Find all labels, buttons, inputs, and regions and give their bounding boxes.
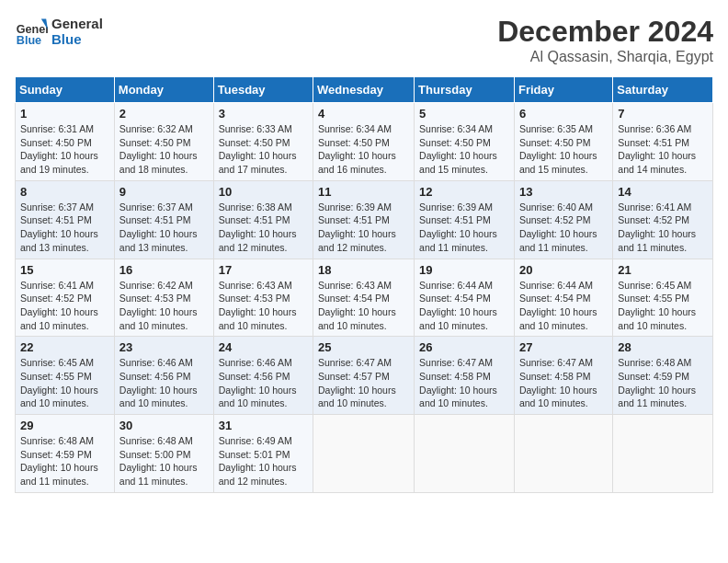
day-cell: 25Sunrise: 6:47 AM Sunset: 4:57 PM Dayli… bbox=[313, 337, 415, 415]
day-info: Sunrise: 6:36 AM Sunset: 4:51 PM Dayligh… bbox=[618, 122, 708, 177]
weekday-header-row: SundayMondayTuesdayWednesdayThursdayFrid… bbox=[16, 77, 713, 103]
day-info: Sunrise: 6:48 AM Sunset: 4:59 PM Dayligh… bbox=[618, 356, 708, 410]
day-number: 24 bbox=[219, 340, 308, 354]
day-number: 23 bbox=[119, 340, 209, 354]
day-number: 5 bbox=[419, 107, 509, 121]
day-cell: 27Sunrise: 6:47 AM Sunset: 4:58 PM Dayli… bbox=[514, 337, 612, 415]
day-info: Sunrise: 6:47 AM Sunset: 4:57 PM Dayligh… bbox=[318, 356, 409, 410]
week-row-2: 8Sunrise: 6:37 AM Sunset: 4:51 PM Daylig… bbox=[16, 180, 713, 259]
day-cell: 4Sunrise: 6:34 AM Sunset: 4:50 PM Daylig… bbox=[313, 103, 415, 181]
weekday-tuesday: Tuesday bbox=[213, 77, 313, 103]
day-cell: 21Sunrise: 6:45 AM Sunset: 4:55 PM Dayli… bbox=[613, 259, 713, 337]
day-info: Sunrise: 6:46 AM Sunset: 4:56 PM Dayligh… bbox=[119, 356, 209, 410]
day-info: Sunrise: 6:41 AM Sunset: 4:52 PM Dayligh… bbox=[20, 279, 109, 333]
week-row-5: 29Sunrise: 6:48 AM Sunset: 4:59 PM Dayli… bbox=[16, 415, 713, 493]
day-info: Sunrise: 6:41 AM Sunset: 4:52 PM Dayligh… bbox=[618, 201, 708, 255]
weekday-wednesday: Wednesday bbox=[313, 77, 415, 103]
logo-line2: Blue bbox=[51, 31, 103, 47]
day-cell bbox=[313, 415, 415, 493]
day-number: 11 bbox=[318, 185, 409, 199]
day-cell: 31Sunrise: 6:49 AM Sunset: 5:01 PM Dayli… bbox=[213, 415, 313, 493]
day-number: 7 bbox=[618, 107, 708, 121]
day-info: Sunrise: 6:45 AM Sunset: 4:55 PM Dayligh… bbox=[20, 356, 109, 410]
day-number: 13 bbox=[519, 185, 608, 199]
day-info: Sunrise: 6:34 AM Sunset: 4:50 PM Dayligh… bbox=[419, 122, 509, 177]
day-cell: 13Sunrise: 6:40 AM Sunset: 4:52 PM Dayli… bbox=[514, 180, 612, 259]
day-number: 27 bbox=[519, 340, 608, 354]
logo: General Blue General Blue bbox=[15, 15, 103, 48]
day-info: Sunrise: 6:44 AM Sunset: 4:54 PM Dayligh… bbox=[419, 279, 509, 333]
day-number: 25 bbox=[318, 340, 409, 354]
day-number: 15 bbox=[20, 263, 109, 277]
day-number: 3 bbox=[219, 107, 308, 121]
day-cell: 22Sunrise: 6:45 AM Sunset: 4:55 PM Dayli… bbox=[16, 337, 115, 415]
day-cell: 15Sunrise: 6:41 AM Sunset: 4:52 PM Dayli… bbox=[16, 259, 115, 337]
weekday-monday: Monday bbox=[114, 77, 213, 103]
day-number: 20 bbox=[519, 263, 608, 277]
day-cell: 28Sunrise: 6:48 AM Sunset: 4:59 PM Dayli… bbox=[613, 337, 713, 415]
day-number: 26 bbox=[419, 340, 509, 354]
day-info: Sunrise: 6:32 AM Sunset: 4:50 PM Dayligh… bbox=[119, 122, 209, 177]
day-info: Sunrise: 6:47 AM Sunset: 4:58 PM Dayligh… bbox=[419, 356, 509, 410]
day-info: Sunrise: 6:39 AM Sunset: 4:51 PM Dayligh… bbox=[318, 201, 409, 255]
day-number: 17 bbox=[219, 263, 308, 277]
day-cell: 6Sunrise: 6:35 AM Sunset: 4:50 PM Daylig… bbox=[514, 103, 612, 181]
day-number: 21 bbox=[618, 263, 708, 277]
day-cell: 9Sunrise: 6:37 AM Sunset: 4:51 PM Daylig… bbox=[114, 180, 213, 259]
calendar-body: 1Sunrise: 6:31 AM Sunset: 4:50 PM Daylig… bbox=[16, 103, 713, 493]
title-block: December 2024 Al Qassasin, Sharqia, Egyp… bbox=[497, 15, 713, 65]
day-cell bbox=[613, 415, 713, 493]
day-cell: 10Sunrise: 6:38 AM Sunset: 4:51 PM Dayli… bbox=[213, 180, 313, 259]
day-info: Sunrise: 6:48 AM Sunset: 5:00 PM Dayligh… bbox=[119, 434, 209, 488]
day-number: 8 bbox=[20, 185, 109, 199]
day-number: 14 bbox=[618, 185, 708, 199]
day-cell: 17Sunrise: 6:43 AM Sunset: 4:53 PM Dayli… bbox=[213, 259, 313, 337]
day-cell: 30Sunrise: 6:48 AM Sunset: 5:00 PM Dayli… bbox=[114, 415, 213, 493]
day-info: Sunrise: 6:40 AM Sunset: 4:52 PM Dayligh… bbox=[519, 201, 608, 255]
day-info: Sunrise: 6:34 AM Sunset: 4:50 PM Dayligh… bbox=[318, 122, 409, 177]
day-cell: 7Sunrise: 6:36 AM Sunset: 4:51 PM Daylig… bbox=[613, 103, 713, 181]
day-cell: 16Sunrise: 6:42 AM Sunset: 4:53 PM Dayli… bbox=[114, 259, 213, 337]
day-info: Sunrise: 6:47 AM Sunset: 4:58 PM Dayligh… bbox=[519, 356, 608, 410]
day-cell: 24Sunrise: 6:46 AM Sunset: 4:56 PM Dayli… bbox=[213, 337, 313, 415]
weekday-thursday: Thursday bbox=[415, 77, 515, 103]
day-number: 30 bbox=[119, 419, 209, 432]
day-cell bbox=[415, 415, 515, 493]
svg-text:Blue: Blue bbox=[17, 34, 41, 47]
day-info: Sunrise: 6:33 AM Sunset: 4:50 PM Dayligh… bbox=[219, 122, 308, 177]
day-number: 10 bbox=[219, 185, 308, 199]
week-row-4: 22Sunrise: 6:45 AM Sunset: 4:55 PM Dayli… bbox=[16, 337, 713, 415]
day-number: 1 bbox=[20, 107, 109, 121]
day-cell: 12Sunrise: 6:39 AM Sunset: 4:51 PM Dayli… bbox=[415, 180, 515, 259]
day-cell: 20Sunrise: 6:44 AM Sunset: 4:54 PM Dayli… bbox=[514, 259, 612, 337]
day-cell: 23Sunrise: 6:46 AM Sunset: 4:56 PM Dayli… bbox=[114, 337, 213, 415]
week-row-3: 15Sunrise: 6:41 AM Sunset: 4:52 PM Dayli… bbox=[16, 259, 713, 337]
weekday-saturday: Saturday bbox=[613, 77, 713, 103]
day-cell: 3Sunrise: 6:33 AM Sunset: 4:50 PM Daylig… bbox=[213, 103, 313, 181]
logo-line1: General bbox=[51, 16, 103, 31]
day-info: Sunrise: 6:49 AM Sunset: 5:01 PM Dayligh… bbox=[219, 434, 308, 488]
day-info: Sunrise: 6:46 AM Sunset: 4:56 PM Dayligh… bbox=[219, 356, 308, 410]
day-number: 4 bbox=[318, 107, 409, 121]
calendar-table: SundayMondayTuesdayWednesdayThursdayFrid… bbox=[15, 76, 713, 493]
day-number: 12 bbox=[419, 185, 509, 199]
day-info: Sunrise: 6:48 AM Sunset: 4:59 PM Dayligh… bbox=[20, 434, 109, 488]
day-cell: 5Sunrise: 6:34 AM Sunset: 4:50 PM Daylig… bbox=[415, 103, 515, 181]
day-number: 29 bbox=[20, 419, 109, 432]
day-number: 31 bbox=[219, 419, 308, 432]
day-number: 16 bbox=[119, 263, 209, 277]
page-header: General Blue General Blue December 2024 … bbox=[15, 15, 713, 65]
day-info: Sunrise: 6:37 AM Sunset: 4:51 PM Dayligh… bbox=[20, 201, 109, 255]
day-number: 18 bbox=[318, 263, 409, 277]
day-info: Sunrise: 6:38 AM Sunset: 4:51 PM Dayligh… bbox=[219, 201, 308, 255]
week-row-1: 1Sunrise: 6:31 AM Sunset: 4:50 PM Daylig… bbox=[16, 103, 713, 181]
weekday-sunday: Sunday bbox=[16, 77, 115, 103]
day-cell: 8Sunrise: 6:37 AM Sunset: 4:51 PM Daylig… bbox=[16, 180, 115, 259]
day-info: Sunrise: 6:45 AM Sunset: 4:55 PM Dayligh… bbox=[618, 279, 708, 333]
day-info: Sunrise: 6:35 AM Sunset: 4:50 PM Dayligh… bbox=[519, 122, 608, 177]
day-number: 6 bbox=[519, 107, 608, 121]
day-info: Sunrise: 6:44 AM Sunset: 4:54 PM Dayligh… bbox=[519, 279, 608, 333]
day-cell: 11Sunrise: 6:39 AM Sunset: 4:51 PM Dayli… bbox=[313, 180, 415, 259]
day-info: Sunrise: 6:37 AM Sunset: 4:51 PM Dayligh… bbox=[119, 201, 209, 255]
day-number: 28 bbox=[618, 340, 708, 354]
